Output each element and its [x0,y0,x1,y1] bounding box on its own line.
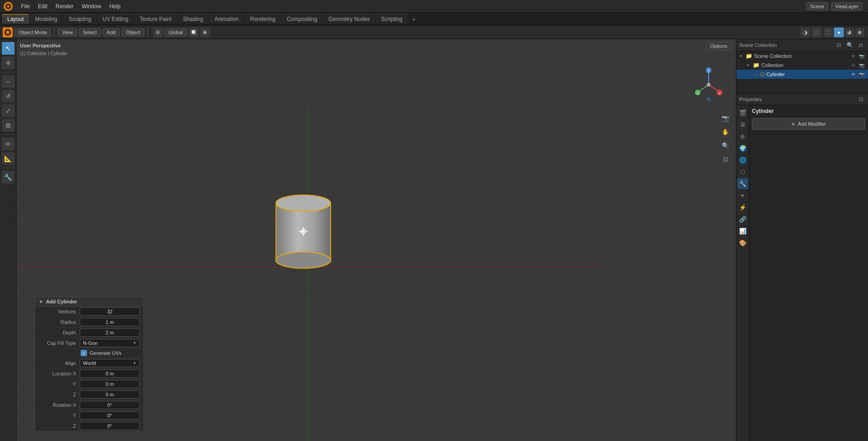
viewport-gizmo[interactable]: Z X Y [690,67,727,103]
add-cylinder-header[interactable]: ▼ Add Cylinder [35,297,143,307]
cursor-tool-btn[interactable]: ✛ [2,56,15,69]
props-physics-tab[interactable]: ⚡ [737,202,748,213]
cylinder-visibility-btn[interactable]: 👁 [850,71,857,78]
collection-visibility-btn[interactable]: 👁 [850,62,857,69]
pivot-center-btn[interactable]: ⊕ [153,27,163,37]
collection-render-btn[interactable]: 📷 [858,62,865,69]
menu-file[interactable]: File [17,2,33,10]
props-side-icons: 🎬 🖥 ⊕ 🌍 🌐 ⬡ 🔧 ✦ ⚡ 🔗 📊 🎨 [736,105,749,441]
object-mode-dropdown[interactable]: Object Mode [15,28,51,36]
zoom-btn[interactable]: 🔍 [720,139,731,151]
menu-edit[interactable]: Edit [34,2,51,10]
transform-orientation-dropdown[interactable]: Global [164,28,187,36]
proportional-edit-btn[interactable]: ◉ [200,27,210,37]
add-workspace-button[interactable]: + [408,15,419,24]
xray-btn[interactable]: □ [812,27,822,37]
view-menu[interactable]: View [58,28,77,36]
blender-icon[interactable] [3,27,13,37]
add-cylinder-panel: ▼ Add Cylinder Vertices 32 Radius 1 m De… [35,297,144,432]
viewport-3d[interactable]: User Perspective (1) Collection | Cylind… [16,39,736,441]
props-material-tab[interactable]: 🎨 [737,237,748,248]
tab-layout[interactable]: Layout [2,14,29,24]
transform-tool-btn[interactable]: ⊞ [2,119,15,132]
tab-geometry-nodes[interactable]: Geometry Nodes [323,14,375,24]
tab-uv-editing[interactable]: UV Editing [97,14,134,24]
outliner: Scene Collection ⊟ 🔍 ⇄ ▼ 📁 Scene Collect… [736,39,868,94]
depth-input[interactable]: 2 m [80,328,140,337]
tab-texture-paint[interactable]: Texture Paint [134,14,177,24]
outliner-sync-btn[interactable]: ⇄ [856,41,865,50]
props-modifier-tab active[interactable]: 🔧 [737,178,748,189]
tab-animation[interactable]: Animation [209,14,244,24]
measure-tool-btn[interactable]: 📐 [2,152,15,165]
persp-btn[interactable]: ⊡ [720,153,731,165]
add-modifier-button[interactable]: + Add Modifier [752,118,865,130]
rotation-z-input[interactable]: 0° [80,422,140,430]
extra-tool-btn[interactable]: 🔧 [2,171,15,184]
scene-collection-visibility-btn[interactable]: 👁 [850,52,857,60]
tab-scripting[interactable]: Scripting [376,14,408,24]
properties-filter-btn[interactable]: ⊟ [857,95,865,103]
location-y-input[interactable]: 0 m [80,380,140,388]
props-world-tab[interactable]: 🌐 [737,154,748,165]
cylinder-render-btn[interactable]: 📷 [858,71,865,78]
props-object-tab[interactable]: ⬡ [737,166,748,177]
props-output-tab[interactable]: 🖥 [737,119,748,130]
tab-sculpting[interactable]: Sculpting [63,14,97,24]
outliner-filter-btn[interactable]: ⊟ [834,41,843,50]
vertices-input[interactable]: 32 [80,308,140,316]
cap-fill-type-dropdown[interactable]: N-Gon ▼ [80,339,140,347]
tab-shading[interactable]: Shading [178,14,209,24]
wireframe-btn[interactable]: ⬚ [823,27,833,37]
material-preview-btn[interactable]: ◕ [844,27,854,37]
view-layer-selector[interactable]: ViewLayer [831,2,863,10]
scene-collection-render-btn[interactable]: 📷 [858,52,865,60]
toolbar-separator-1 [54,28,55,37]
tab-modeling[interactable]: Modeling [30,14,63,24]
add-menu[interactable]: Add [103,28,120,36]
toolbar-separator-2 [148,28,148,37]
location-y-row: Y 0 m [35,379,143,390]
location-z-input[interactable]: 0 m [80,390,140,399]
props-particles-tab[interactable]: ✦ [737,190,748,201]
radius-input[interactable]: 1 m [80,318,140,326]
select-tool-btn[interactable]: ↖ [2,42,15,55]
rotate-tool-btn[interactable]: ↺ [2,90,15,103]
props-scene-tab[interactable]: 🌍 [737,143,748,154]
rotation-x-input[interactable]: 0° [80,401,140,409]
add-cylinder-title: Add Cylinder [46,299,77,304]
solid-btn[interactable]: ● [834,27,844,37]
object-menu[interactable]: Object [122,28,144,36]
annotate-tool-btn[interactable]: ✏ [2,138,15,150]
cap-fill-type-label: Cap Fill Type [39,340,80,346]
select-menu[interactable]: Select [79,28,101,36]
outliner-search-btn[interactable]: 🔍 [845,41,854,50]
camera-btn[interactable]: 📷 [720,112,731,124]
rotation-y-input[interactable]: 0° [80,411,140,420]
align-dropdown[interactable]: World ▼ [80,359,140,367]
tab-rendering[interactable]: Rendering [245,14,281,24]
scene-selector[interactable]: Scene [806,2,828,10]
outliner-scene-collection[interactable]: ▼ 📁 Scene Collection 👁 📷 [736,51,868,61]
hand-btn[interactable]: ✋ [720,126,731,138]
tab-compositing[interactable]: Compositing [281,14,323,24]
rendered-btn[interactable]: ◉ [855,27,865,37]
overlay-btn[interactable]: ◑ [800,27,810,37]
outliner-collection[interactable]: ▼ 📁 Collection 👁 📷 [736,61,868,70]
options-button[interactable]: Options [706,42,731,50]
props-viewlayer-tab[interactable]: ⊕ [737,131,748,142]
menu-help[interactable]: Help [106,2,124,10]
generate-uvs-checkbox[interactable]: ✓ [81,350,87,356]
move-tool-btn[interactable]: ↔ [2,75,15,88]
menu-window[interactable]: Window [78,2,105,10]
snap-btn[interactable]: 🔲 [189,27,199,37]
menu-render[interactable]: Render [52,2,77,10]
right-panel: Scene Collection ⊟ 🔍 ⇄ ▼ 📁 Scene Collect… [736,39,868,441]
add-modifier-plus-icon: + [791,120,795,128]
outliner-cylinder[interactable]: ▶ ⬡ Cylinder 👁 📷 [736,70,868,79]
location-x-input[interactable]: 0 m [80,369,140,378]
props-constraints-tab[interactable]: 🔗 [737,214,748,225]
props-data-tab[interactable]: 📊 [737,226,748,236]
scale-tool-btn[interactable]: ⤢ [2,104,15,117]
props-render-tab[interactable]: 🎬 [737,107,748,118]
